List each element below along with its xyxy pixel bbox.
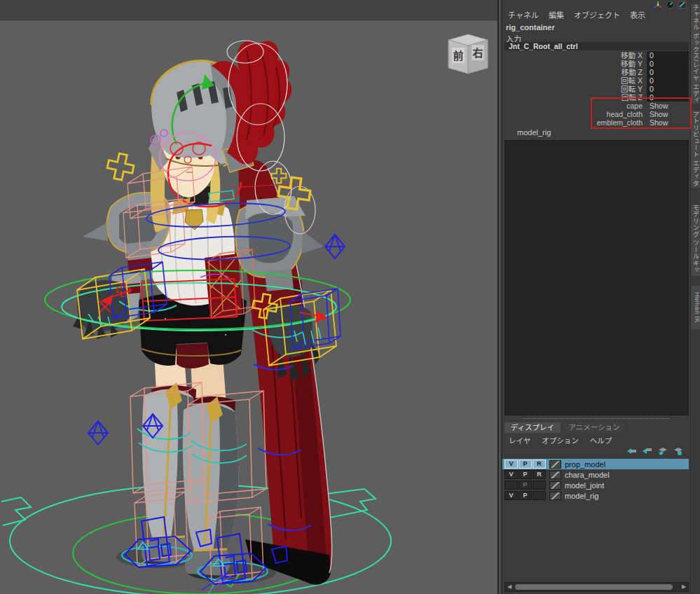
attribute-row[interactable]: 回転 Z0 [502, 93, 689, 102]
attribute-list: 移動 X0 移動 Y0 移動 Z0 回転 X0 回転 Y0 回転 Z0 cape… [502, 51, 689, 127]
playback-toggle[interactable]: P [519, 460, 532, 469]
menu-object[interactable]: オブジェクト [569, 11, 625, 20]
display-type-toggle[interactable] [533, 481, 546, 490]
transform-axes-icon[interactable] [654, 1, 663, 9]
move-layer-up-icon[interactable] [626, 447, 637, 455]
node-name[interactable]: Jnt_C_Root_all_ctrl [509, 42, 578, 50]
layer-row-chara-model[interactable]: V P R chara_model [502, 469, 689, 480]
tab-animation[interactable]: アニメーション [563, 422, 625, 433]
attribute-row[interactable]: 移動 Z0 [502, 68, 689, 76]
attribute-row[interactable]: 移動 Y0 [502, 60, 689, 68]
tab-display[interactable]: ディスプレイ [505, 422, 561, 433]
layer-row-model-rig[interactable]: V P model_rig [502, 490, 689, 501]
node-header[interactable]: Jnt_C_Root_all_ctrl [505, 42, 689, 50]
menu-edit[interactable]: 編集 [544, 11, 569, 20]
layer-name[interactable]: chara_model [565, 471, 610, 479]
tab-channel-box-layer-editor[interactable]: チャネル ボックス/レイヤ エディタ [691, 4, 700, 104]
new-layer-assign-icon[interactable] [657, 447, 668, 455]
visibility-toggle[interactable]: V [505, 491, 518, 500]
layer-name[interactable]: prop_model [565, 460, 605, 469]
layer-row-model-joint[interactable]: P model_joint [502, 480, 689, 490]
viewport-top-bar [0, 0, 497, 20]
attribute-row[interactable]: 回転 Y0 [502, 85, 689, 93]
playback-toggle[interactable]: P [519, 491, 532, 500]
layer-row-prop-model[interactable]: V P R prop_model [502, 459, 689, 469]
attribute-row[interactable]: 回転 X0 [502, 76, 689, 85]
move-layer-down-icon[interactable] [642, 447, 652, 455]
display-type-toggle[interactable] [533, 491, 546, 500]
layer-color-swatch[interactable] [549, 460, 561, 469]
horizontal-scrollbar[interactable]: ◀ ▶ [505, 582, 689, 592]
maya-window: 前 右 チャネル編集オブジェクト表示 [0, 0, 700, 594]
menu-options[interactable]: オプション [536, 436, 584, 445]
output-node-label[interactable]: model_rig [517, 128, 551, 137]
layer-editor-menubar: レイヤオプションヘルプ [503, 435, 617, 445]
visibility-toggle[interactable]: V [505, 460, 518, 469]
channel-box-toolbar [654, 1, 687, 9]
scrollbar-thumb[interactable] [515, 584, 673, 590]
side-tab-strip: チャネル ボックス/レイヤ エディタ アトリビュート エディタ モデリング ツー… [690, 0, 700, 594]
visibility-toggle[interactable]: V [505, 470, 518, 479]
tab-human-ik[interactable]: Human IK [691, 286, 700, 329]
menu-show[interactable]: 表示 [625, 11, 650, 20]
layer-name[interactable]: model_rig [565, 492, 598, 500]
attribute-row-emblem-cloth[interactable]: emblem_clothShow [502, 118, 689, 127]
playback-toggle[interactable]: P [519, 470, 532, 479]
layer-list: V P R prop_model V P R chara_model P mod… [502, 459, 689, 501]
layer-editor-buttons [626, 447, 683, 455]
viewport-panel[interactable]: 前 右 [0, 0, 497, 594]
view-cube-front-label[interactable]: 前 [453, 50, 463, 62]
tab-attribute-editor[interactable]: アトリビュート エディタ [691, 111, 700, 188]
viewport-scene[interactable]: 前 右 [0, 0, 497, 594]
new-empty-layer-icon[interactable] [673, 447, 683, 455]
speed-dial-icon[interactable] [666, 1, 675, 9]
attribute-row[interactable]: 移動 X0 [502, 51, 689, 60]
container-label: rig_container [506, 23, 555, 32]
attribute-row-cape[interactable]: capeShow [502, 102, 689, 110]
tab-modeling-toolkit[interactable]: モデリング ツールキット [691, 205, 700, 276]
channel-box-empty-area [505, 140, 689, 415]
visibility-toggle[interactable] [505, 481, 518, 490]
display-type-toggle[interactable]: R [533, 460, 546, 469]
menu-help[interactable]: ヘルプ [584, 436, 618, 445]
layer-name[interactable]: model_joint [565, 481, 604, 490]
menu-layers[interactable]: レイヤ [503, 436, 536, 445]
layer-color-swatch[interactable] [549, 471, 561, 479]
section-splitter-handle[interactable] [523, 418, 669, 419]
channel-box-layer-editor: チャネル編集オブジェクト表示 rig_container 入力 Jnt_C_Ro… [502, 0, 690, 594]
layer-color-swatch[interactable] [549, 481, 561, 490]
panel-splitter[interactable] [497, 0, 502, 594]
channel-box-menubar: チャネル編集オブジェクト表示 [503, 9, 650, 20]
layer-editor-tabs: ディスプレイ アニメーション [502, 422, 690, 433]
scroll-right-arrow[interactable]: ▶ [680, 583, 688, 591]
layer-color-swatch[interactable] [549, 492, 561, 500]
display-type-toggle[interactable]: R [533, 470, 546, 479]
edit-pencil-icon[interactable] [678, 1, 687, 9]
view-cube[interactable]: 前 右 [448, 34, 488, 74]
attribute-row-head-cloth[interactable]: head_clothShow [502, 110, 689, 118]
view-cube-right-label[interactable]: 右 [472, 47, 483, 59]
scroll-left-arrow[interactable]: ◀ [505, 583, 514, 591]
menu-channels[interactable]: チャネル [503, 11, 544, 20]
playback-toggle[interactable]: P [519, 481, 532, 490]
